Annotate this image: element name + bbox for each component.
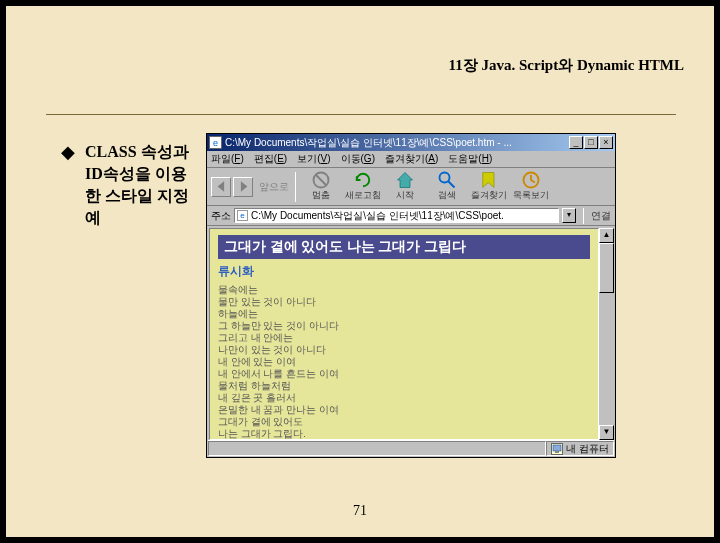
toolbar-pre-label: 앞으로 <box>259 180 289 194</box>
slide: 11장 Java. Script와 Dynamic HTML ◆ CLASS 속… <box>6 6 714 537</box>
forward-button[interactable] <box>233 177 253 197</box>
bullet-marker: ◆ <box>61 141 75 229</box>
browser-window: e C:\My Documents\작업실\실습 인터넷\11장\예\CSS\p… <box>206 133 616 458</box>
links-label[interactable]: 연결 <box>591 209 611 223</box>
page-banner: 그대가 곁에 있어도 나는 그대가 그립다 <box>218 235 590 259</box>
scroll-thumb[interactable] <box>599 243 614 293</box>
back-button[interactable] <box>211 177 231 197</box>
statusbar: 내 컴퓨터 <box>208 440 614 456</box>
svg-line-1 <box>316 175 326 185</box>
toolbar-separator <box>295 172 296 202</box>
svg-rect-6 <box>555 451 559 453</box>
page-author: 류시화 <box>218 263 590 280</box>
page-content: 그대가 곁에 있어도 나는 그대가 그립다 류시화 물속에는 물만 있는 것이 … <box>209 228 599 440</box>
menu-help[interactable]: 도움말(H) <box>448 152 492 166</box>
home-button[interactable]: 시작 <box>384 172 426 202</box>
slide-header: 11장 Java. Script와 Dynamic HTML <box>449 56 684 75</box>
scroll-down-button[interactable]: ▼ <box>599 425 614 440</box>
menu-view[interactable]: 보기(V) <box>297 152 330 166</box>
refresh-icon <box>353 172 373 188</box>
titlebar: e C:\My Documents\작업실\실습 인터넷\11장\예\CSS\p… <box>207 134 615 151</box>
address-value: C:\My Documents\작업실\실습 인터넷\11장\예\CSS\poe… <box>251 209 504 223</box>
stop-icon <box>311 172 331 188</box>
svg-line-3 <box>448 181 454 187</box>
close-button[interactable]: × <box>599 136 613 149</box>
history-icon <box>521 172 541 188</box>
refresh-button[interactable]: 새로고침 <box>342 172 384 202</box>
menu-edit[interactable]: 편집(E) <box>254 152 287 166</box>
favorites-icon <box>479 172 499 188</box>
address-input[interactable]: e C:\My Documents\작업실\실습 인터넷\11장\예\CSS\p… <box>234 208 559 223</box>
menubar: 파일(F) 편집(E) 보기(V) 이동(G) 즐겨찾기(A) 도움말(H) <box>207 151 615 168</box>
divider <box>46 114 676 115</box>
status-zone-text: 내 컴퓨터 <box>566 442 609 456</box>
page-icon: e <box>237 210 248 221</box>
vertical-scrollbar[interactable]: ▲ ▼ <box>599 228 614 440</box>
status-pane-left <box>208 441 546 456</box>
page-number: 71 <box>6 503 714 519</box>
stop-button[interactable]: 멈춤 <box>300 172 342 202</box>
maximize-button[interactable]: □ <box>584 136 598 149</box>
minimize-button[interactable]: _ <box>569 136 583 149</box>
scroll-up-button[interactable]: ▲ <box>599 228 614 243</box>
bullet-item: ◆ CLASS 속성과 ID속성을 이용한 스타일 지정 예 <box>61 141 201 229</box>
bullet-text: CLASS 속성과 ID속성을 이용한 스타일 지정 예 <box>85 141 201 229</box>
address-separator <box>583 208 584 224</box>
address-label: 주소 <box>211 209 231 223</box>
menu-file[interactable]: 파일(F) <box>211 152 244 166</box>
favorites-button[interactable]: 즐겨찾기 <box>468 172 510 202</box>
ie-icon: e <box>209 136 222 149</box>
history-button[interactable]: 목록보기 <box>510 172 552 202</box>
menu-go[interactable]: 이동(G) <box>341 152 375 166</box>
home-icon <box>395 172 415 188</box>
toolbar: 앞으로 멈춤 새로고침 시작 검색 즐겨찾기 <box>207 168 615 206</box>
menu-favorites[interactable]: 즐겨찾기(A) <box>385 152 438 166</box>
search-icon <box>437 172 457 188</box>
svg-point-2 <box>440 172 450 182</box>
address-bar: 주소 e C:\My Documents\작업실\실습 인터넷\11장\예\CS… <box>207 206 615 226</box>
page-poem: 물속에는 물만 있는 것이 아니다 하늘에는 그 하늘만 있는 것이 아니다 그… <box>218 284 590 440</box>
address-dropdown[interactable]: ▾ <box>562 208 576 223</box>
computer-icon <box>551 443 563 455</box>
search-button[interactable]: 검색 <box>426 172 468 202</box>
status-pane-zone: 내 컴퓨터 <box>546 441 614 456</box>
svg-rect-5 <box>553 445 561 451</box>
window-title: C:\My Documents\작업실\실습 인터넷\11장\예\CSS\poe… <box>225 136 569 150</box>
